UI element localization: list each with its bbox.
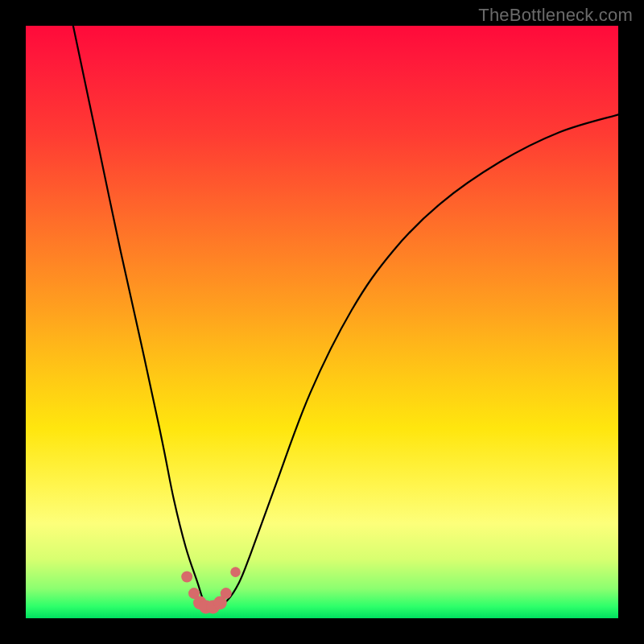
curve-marker: [221, 588, 232, 599]
curve-marker: [230, 567, 241, 577]
curve-markers: [181, 567, 241, 613]
bottleneck-curve: [73, 26, 618, 607]
chart-frame: TheBottleneck.com: [0, 0, 644, 644]
chart-plot-area: [26, 26, 618, 618]
chart-svg: [26, 26, 618, 618]
watermark-text: TheBottleneck.com: [478, 5, 633, 26]
curve-marker: [181, 571, 192, 582]
